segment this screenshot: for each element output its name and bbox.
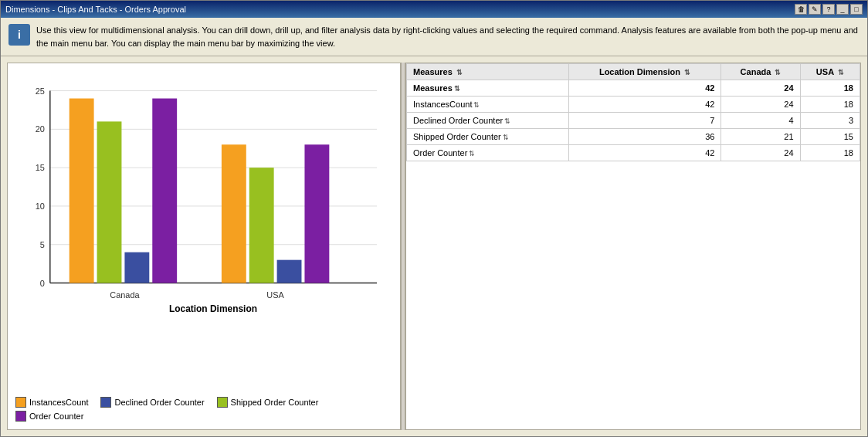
chart-legend: InstancesCount Declined Order Counter Sh… bbox=[15, 392, 392, 422]
table-cell-usa: 18 bbox=[800, 97, 860, 113]
bar-canada-order[interactable] bbox=[152, 99, 177, 283]
table-cell-label[interactable]: InstancesCount ⇅ bbox=[407, 97, 569, 113]
maximize-button[interactable]: □ bbox=[850, 4, 863, 15]
col-measures[interactable]: Measures ⇅ bbox=[407, 64, 569, 80]
bar-usa-shipped[interactable] bbox=[249, 168, 274, 283]
table-cell-label[interactable]: Order Counter ⇅ bbox=[407, 145, 569, 161]
col-canada[interactable]: Canada ⇅ bbox=[721, 64, 800, 80]
table-row: Order Counter ⇅422418 bbox=[407, 145, 860, 161]
main-content: 25 20 15 10 5 0 bbox=[1, 56, 867, 436]
table-cell-location: 42 bbox=[568, 97, 721, 113]
sort-icon-row[interactable]: ⇅ bbox=[473, 101, 480, 109]
legend-color-declined bbox=[100, 397, 111, 408]
legend-color-order bbox=[15, 411, 26, 422]
info-icon: i bbox=[8, 24, 30, 46]
sort-icon-row[interactable]: ⇅ bbox=[504, 117, 510, 125]
info-bar: i Use this view for multidimensional ana… bbox=[1, 18, 867, 56]
table-cell-usa: 15 bbox=[800, 129, 860, 145]
sort-icon-measures[interactable]: ⇅ bbox=[456, 69, 463, 76]
table-cell-label[interactable]: Measures ⇅ bbox=[407, 80, 569, 97]
table-row: Shipped Order Counter ⇅362115 bbox=[407, 129, 860, 145]
chart-panel: 25 20 15 10 5 0 bbox=[7, 63, 401, 430]
minimize-button[interactable]: _ bbox=[836, 4, 849, 15]
svg-text:20: 20 bbox=[36, 124, 45, 134]
bar-usa-order[interactable] bbox=[304, 144, 329, 283]
chart-svg: 25 20 15 10 5 0 bbox=[15, 71, 392, 318]
sort-icon-usa[interactable]: ⇅ bbox=[838, 69, 844, 76]
legend-color-instances bbox=[15, 397, 26, 408]
title-bar: Dimensions - Clips And Tacks - Orders Ap… bbox=[1, 1, 867, 18]
bar-canada-shipped[interactable] bbox=[97, 121, 122, 283]
svg-text:10: 10 bbox=[36, 202, 45, 211]
table-cell-usa: 3 bbox=[800, 113, 860, 129]
col-location[interactable]: Location Dimension ⇅ bbox=[568, 64, 721, 80]
table-cell-location: 42 bbox=[568, 80, 721, 97]
table-cell-usa: 18 bbox=[800, 145, 860, 161]
legend-label-declined: Declined Order Counter bbox=[114, 398, 204, 407]
title-bar-buttons: 🗑 ✎ ? _ □ bbox=[795, 4, 863, 15]
sort-icon-row[interactable]: ⇅ bbox=[503, 134, 509, 141]
legend-label-instances: InstancesCount bbox=[29, 398, 88, 407]
sort-icon-canada[interactable]: ⇅ bbox=[775, 69, 781, 76]
legend-item-instances: InstancesCount bbox=[15, 397, 88, 408]
bar-canada-instances[interactable] bbox=[70, 99, 94, 283]
col-usa[interactable]: USA ⇅ bbox=[800, 64, 860, 80]
svg-text:15: 15 bbox=[36, 163, 45, 172]
sort-icon-row[interactable]: ⇅ bbox=[469, 150, 475, 158]
svg-text:Canada: Canada bbox=[110, 290, 140, 300]
bar-usa-declined[interactable] bbox=[277, 260, 302, 283]
svg-text:Location Dimension: Location Dimension bbox=[169, 303, 257, 314]
table-panel: Measures ⇅ Location Dimension ⇅ Canada ⇅… bbox=[405, 63, 861, 430]
bar-usa-instances[interactable] bbox=[222, 144, 246, 283]
main-window: Dimensions - Clips And Tacks - Orders Ap… bbox=[0, 0, 868, 437]
bar-canada-declined[interactable] bbox=[124, 252, 149, 283]
sort-icon-location[interactable]: ⇅ bbox=[684, 69, 690, 76]
table-cell-usa: 18 bbox=[800, 80, 860, 97]
table-cell-canada: 24 bbox=[721, 80, 800, 97]
data-table: Measures ⇅ Location Dimension ⇅ Canada ⇅… bbox=[406, 63, 860, 161]
svg-text:0: 0 bbox=[40, 279, 45, 288]
table-cell-label[interactable]: Declined Order Counter ⇅ bbox=[407, 113, 569, 129]
legend-item-shipped: Shipped Order Counter bbox=[217, 397, 319, 408]
table-cell-location: 36 bbox=[568, 129, 721, 145]
pin-button[interactable]: ✎ bbox=[809, 4, 821, 15]
legend-item-declined: Declined Order Counter bbox=[100, 397, 204, 408]
table-cell-canada: 21 bbox=[721, 129, 800, 145]
help-button[interactable]: ? bbox=[822, 4, 835, 15]
chart-area: 25 20 15 10 5 0 bbox=[15, 71, 392, 392]
table-cell-canada: 4 bbox=[721, 113, 800, 129]
delete-button[interactable]: 🗑 bbox=[795, 4, 807, 15]
legend-label-order: Order Counter bbox=[29, 412, 83, 421]
table-cell-location: 42 bbox=[568, 145, 721, 161]
table-header-row: Measures ⇅ Location Dimension ⇅ Canada ⇅… bbox=[407, 64, 860, 80]
legend-color-shipped bbox=[217, 397, 228, 408]
table-cell-canada: 24 bbox=[721, 97, 800, 113]
info-text: Use this view for multidimensional analy… bbox=[36, 24, 860, 49]
table-cell-label[interactable]: Shipped Order Counter ⇅ bbox=[407, 129, 569, 145]
table-cell-canada: 24 bbox=[721, 145, 800, 161]
table-row: InstancesCount ⇅422418 bbox=[407, 97, 860, 113]
window-title: Dimensions - Clips And Tacks - Orders Ap… bbox=[5, 5, 186, 14]
table-cell-location: 7 bbox=[568, 113, 721, 129]
legend-label-shipped: Shipped Order Counter bbox=[231, 398, 319, 407]
svg-text:USA: USA bbox=[266, 290, 284, 300]
legend-item-order: Order Counter bbox=[15, 411, 83, 422]
table-row: Measures ⇅422418 bbox=[407, 80, 860, 97]
sort-icon-row[interactable]: ⇅ bbox=[454, 85, 460, 93]
svg-text:25: 25 bbox=[36, 86, 45, 96]
svg-text:5: 5 bbox=[40, 240, 45, 249]
table-row: Declined Order Counter ⇅743 bbox=[407, 113, 860, 129]
